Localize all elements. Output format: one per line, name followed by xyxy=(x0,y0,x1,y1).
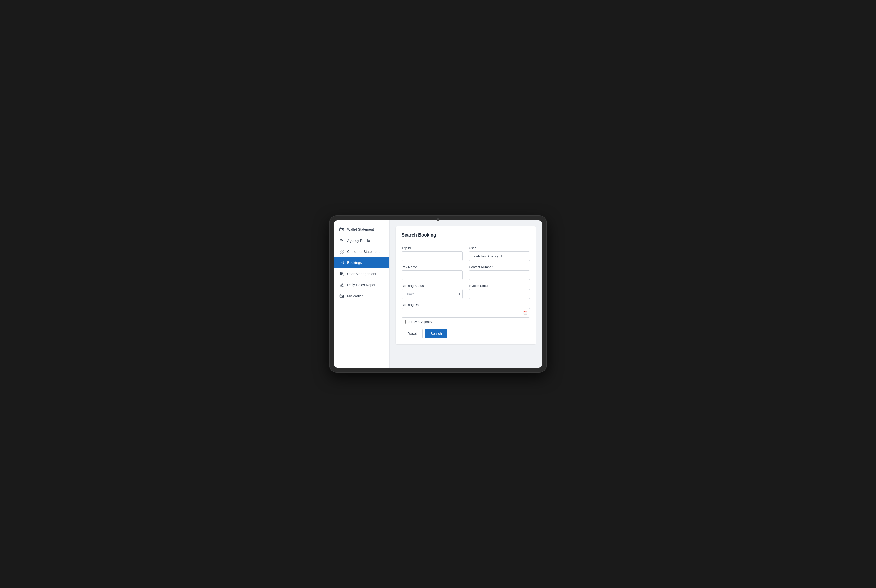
trip-id-input[interactable] xyxy=(402,251,463,261)
trip-id-group: Trip Id xyxy=(402,246,463,261)
sidebar-item-agency-profile-label: Agency Profile xyxy=(347,238,370,243)
pay-at-agency-label[interactable]: Is Pay at Agency xyxy=(408,320,432,324)
form-grid: Trip Id User Pax Name C xyxy=(402,246,530,318)
daily-sales-report-icon xyxy=(339,282,344,288)
booking-status-group: Booking Status Select Confirmed Pending … xyxy=(402,284,463,299)
search-button[interactable]: Search xyxy=(425,329,447,338)
contact-number-group: Contact Number xyxy=(469,265,530,280)
sidebar-item-user-management-label: User Management xyxy=(347,272,376,276)
trip-id-label: Trip Id xyxy=(402,246,463,250)
sidebar-item-daily-sales-report[interactable]: Daily Sales Report xyxy=(334,279,389,291)
sidebar-item-my-wallet[interactable]: My Wallet xyxy=(334,291,389,302)
panel-title: Search Booking xyxy=(402,232,530,241)
sidebar-item-daily-sales-report-label: Daily Sales Report xyxy=(347,283,376,287)
sidebar-item-bookings[interactable]: Bookings xyxy=(334,257,389,268)
pax-name-group: Pax Name xyxy=(402,265,463,280)
user-group: User xyxy=(469,246,530,261)
sidebar-item-wallet-statement-label: Wallet Statement xyxy=(347,227,374,231)
svg-rect-2 xyxy=(342,250,343,251)
invoice-status-input[interactable] xyxy=(469,289,530,299)
svg-rect-1 xyxy=(340,250,341,251)
svg-rect-6 xyxy=(340,295,344,298)
pax-name-input[interactable] xyxy=(402,270,463,280)
booking-date-label: Booking Date xyxy=(402,303,530,307)
sidebar-item-customer-statement-label: Customer Statement xyxy=(347,250,379,254)
sidebar-item-wallet-statement[interactable]: Wallet Statement xyxy=(334,224,389,235)
svg-rect-3 xyxy=(340,252,341,254)
wallet-statement-icon xyxy=(339,227,344,232)
customer-statement-icon xyxy=(339,249,344,254)
svg-point-5 xyxy=(340,272,342,274)
sidebar-item-customer-statement[interactable]: Customer Statement xyxy=(334,246,389,257)
pax-name-label: Pax Name xyxy=(402,265,463,269)
my-wallet-icon xyxy=(339,294,344,298)
user-label: User xyxy=(469,246,530,250)
invoice-status-group: Invoice Status xyxy=(469,284,530,299)
booking-date-group: Booking Date 📅 xyxy=(402,303,530,318)
contact-number-input[interactable] xyxy=(469,270,530,280)
booking-status-label: Booking Status xyxy=(402,284,463,288)
pay-at-agency-row: Is Pay at Agency xyxy=(402,320,530,324)
agency-profile-icon xyxy=(339,238,344,243)
bookings-icon xyxy=(339,260,344,265)
sidebar-item-my-wallet-label: My Wallet xyxy=(347,294,362,298)
booking-date-input[interactable] xyxy=(402,308,530,318)
user-input[interactable] xyxy=(469,251,530,261)
invoice-status-label: Invoice Status xyxy=(469,284,530,288)
booking-status-select[interactable]: Select Confirmed Pending Cancelled xyxy=(402,289,463,299)
booking-date-wrapper: 📅 xyxy=(402,308,530,318)
svg-rect-4 xyxy=(342,252,343,254)
user-management-icon xyxy=(339,271,344,276)
tablet-frame: Wallet Statement Agency Profile xyxy=(329,216,547,372)
tablet-screen: Wallet Statement Agency Profile xyxy=(334,220,542,368)
sidebar-item-bookings-label: Bookings xyxy=(347,261,362,265)
sidebar-item-user-management[interactable]: User Management xyxy=(334,268,389,279)
calendar-icon[interactable]: 📅 xyxy=(523,311,527,315)
reset-button[interactable]: Reset xyxy=(402,329,422,338)
sidebar: Wallet Statement Agency Profile xyxy=(334,220,389,368)
button-row: Reset Search xyxy=(402,329,530,338)
booking-status-select-wrapper: Select Confirmed Pending Cancelled ▾ xyxy=(402,289,463,299)
contact-number-label: Contact Number xyxy=(469,265,530,269)
main-content: Search Booking Trip Id User Pax Name xyxy=(389,220,542,368)
pay-at-agency-checkbox[interactable] xyxy=(402,320,406,324)
sidebar-item-agency-profile[interactable]: Agency Profile xyxy=(334,235,389,246)
search-panel: Search Booking Trip Id User Pax Name xyxy=(396,226,536,344)
svg-point-0 xyxy=(341,239,342,240)
